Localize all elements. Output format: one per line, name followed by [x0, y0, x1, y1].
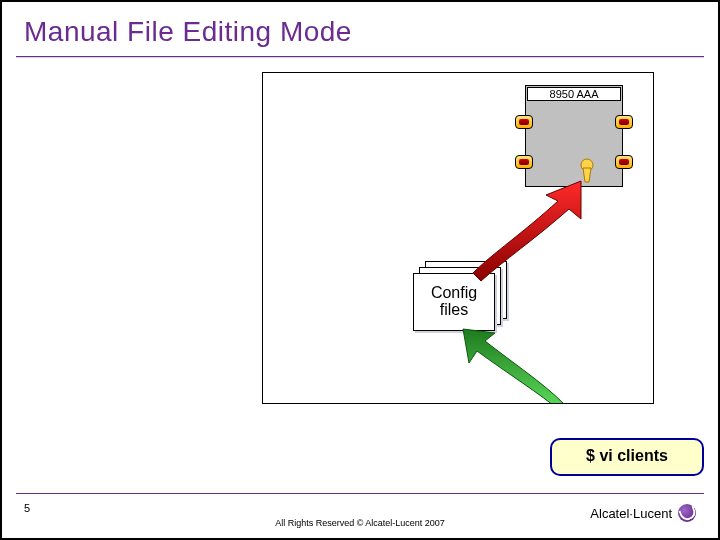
brand-logo-icon — [678, 504, 696, 522]
diagram-area: 8950 AAA Config files — [262, 72, 654, 404]
config-files-stack: Config files — [411, 261, 511, 333]
server-led-bottom-left-icon — [515, 155, 533, 169]
page-title: Manual File Editing Mode — [24, 16, 352, 48]
server-led-bottom-right-icon — [615, 155, 633, 169]
server-8950-aaa: 8950 AAA — [513, 85, 633, 185]
file-icon: Config files — [413, 273, 495, 331]
config-files-label: Config files — [418, 284, 490, 318]
brand-name: Alcatel·Lucent — [590, 506, 672, 521]
footer-rule — [16, 493, 704, 494]
server-label: 8950 AAA — [527, 87, 621, 101]
command-bubble: $ vi clients — [550, 438, 704, 476]
slide: Manual File Editing Mode 8950 AAA — [0, 0, 720, 540]
arrow-green-up-icon — [463, 329, 563, 403]
server-led-top-right-icon — [615, 115, 633, 129]
brand: Alcatel·Lucent — [590, 504, 696, 522]
page-number: 5 — [24, 502, 30, 514]
server-led-top-left-icon — [515, 115, 533, 129]
keyhole-icon — [576, 156, 598, 184]
title-rule — [16, 56, 704, 58]
